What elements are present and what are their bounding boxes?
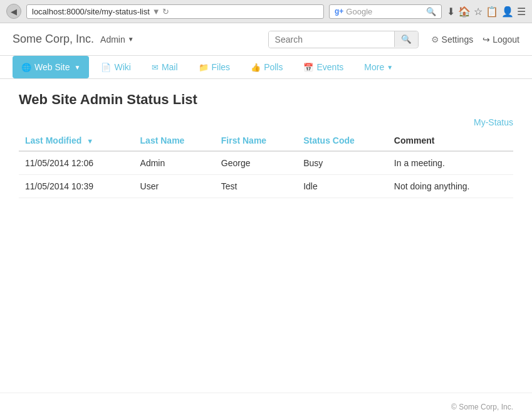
url-text: localhost:8000/site/my-status-list [32,7,150,16]
col-status-code-label: Status Code [303,135,355,145]
tab-events[interactable]: 📅 Events [295,56,352,78]
table-header-row: Last Modified ▼ Last Name First Name Sta… [19,130,513,151]
col-last-name[interactable]: Last Name [134,130,215,151]
header-search: 🔍 [268,31,419,48]
admin-dropdown[interactable]: Admin ▼ [100,34,134,45]
col-first-name[interactable]: First Name [215,130,297,151]
cell-first_name: Test [215,175,297,198]
footer-text: © Some Corp, Inc. [451,403,513,411]
more-caret-icon: ▼ [387,64,393,71]
nav-tabs: 🌐 Web Site ▼ 📄 Wiki ✉ Mail 📁 Files 👍 Pol… [0,56,532,79]
cell-last_modified: 11/05/2014 12:06 [19,151,134,175]
col-last-modified[interactable]: Last Modified ▼ [19,130,134,151]
search-button[interactable]: 🔍 [394,31,418,47]
col-status-code[interactable]: Status Code [297,130,388,151]
admin-label: Admin [100,34,125,45]
tab-wiki-label: Wiki [114,62,130,72]
status-table: Last Modified ▼ Last Name First Name Sta… [19,130,513,198]
url-icons: ▼ ↻ [152,7,169,16]
star-icon[interactable]: ☆ [474,6,482,18]
bookmark-icon[interactable]: 📋 [486,6,498,18]
gear-icon: ⚙ [431,34,439,45]
table-header-row: My-Status [19,117,513,127]
polls-icon: 👍 [251,63,261,72]
search-input[interactable] [269,31,394,48]
my-status-link[interactable]: My-Status [474,117,513,127]
person-icon[interactable]: 👤 [501,6,514,18]
more-label: More [364,62,384,72]
cell-status_code: Idle [297,175,388,198]
header-actions: ⚙ Settings ↪ Logout [431,34,519,45]
col-comment: Comment [388,130,513,151]
col-comment-label: Comment [394,135,435,145]
footer: © Some Corp, Inc. [0,393,532,412]
tab-mail[interactable]: ✉ Mail [143,56,187,78]
tab-website-label: Web Site [34,62,70,72]
tab-events-label: Events [316,62,343,72]
url-bar[interactable]: localhost:8000/site/my-status-list ▼ ↻ [26,4,324,19]
download-icon[interactable]: ⬇ [447,6,455,18]
cell-last_name: User [134,175,215,198]
back-button[interactable]: ◀ [6,4,21,19]
admin-caret-icon: ▼ [128,36,134,43]
logout-icon: ↪ [482,34,490,45]
browser-search-placeholder: Google [346,7,424,16]
tab-files-label: Files [212,62,231,72]
menu-icon[interactable]: ☰ [517,6,526,18]
table-row: 11/05/2014 10:39UserTestIdleNot doing an… [19,175,513,198]
tab-files[interactable]: 📁 Files [190,56,239,78]
app-header: Some Corp, Inc. Admin ▼ 🔍 ⚙ Settings ↪ L… [0,23,532,56]
tab-more[interactable]: More ▼ [355,56,402,78]
page-title: Web Site Admin Status List [19,92,513,108]
cell-last_modified: 11/05/2014 10:39 [19,175,134,198]
cell-last_name: Admin [134,151,215,175]
cell-status_code: Busy [297,151,388,175]
google-icon: g+ [335,7,343,16]
browser-chrome: ◀ localhost:8000/site/my-status-list ▼ ↻… [0,0,532,23]
tab-polls[interactable]: 👍 Polls [242,56,291,78]
cell-comment: Not doing anything. [388,175,513,198]
browser-search-icon: 🔍 [426,7,436,16]
col-last-name-label: Last Name [140,135,185,145]
tab-website[interactable]: 🌐 Web Site ▼ [13,56,89,78]
events-icon: 📅 [303,63,313,72]
settings-link[interactable]: ⚙ Settings [431,34,474,45]
browser-toolbar-icons: ⬇ 🏠 ☆ 📋 👤 ☰ [447,6,526,18]
app-logo: Some Corp, Inc. [13,33,94,46]
logout-link[interactable]: ↪ Logout [482,34,519,45]
website-caret-icon: ▼ [75,64,81,71]
files-icon: 📁 [199,63,209,72]
website-icon: 🌐 [21,63,31,72]
tab-polls-label: Polls [264,62,283,72]
col-first-name-label: First Name [221,135,266,145]
mail-icon: ✉ [152,63,159,72]
tab-mail-label: Mail [162,62,178,72]
main-content: Web Site Admin Status List My-Status Las… [0,79,532,393]
home-icon[interactable]: 🏠 [458,6,471,18]
tab-wiki[interactable]: 📄 Wiki [92,56,139,78]
table-row: 11/05/2014 12:06AdminGeorgeBusyIn a meet… [19,151,513,175]
browser-search-bar[interactable]: g+ Google 🔍 [329,4,442,19]
cell-first_name: George [215,151,297,175]
col-last-modified-label: Last Modified [25,135,81,145]
sort-down-icon: ▼ [86,137,93,145]
cell-comment: In a meeting. [388,151,513,175]
logout-label: Logout [493,34,519,45]
settings-label: Settings [442,34,474,45]
wiki-icon: 📄 [101,63,111,72]
